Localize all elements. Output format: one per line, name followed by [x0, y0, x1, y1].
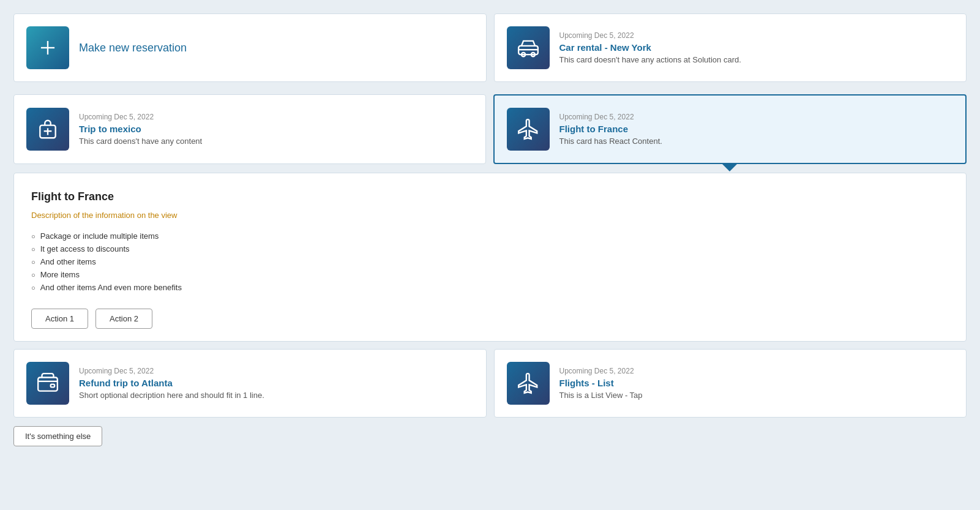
flights-list-text: Upcoming Dec 5, 2022 Flights - List This… — [559, 367, 954, 400]
car-rental-desc: This card doesn't have any actions at So… — [559, 55, 954, 64]
wallet-icon-bg — [26, 362, 69, 405]
plus-svg — [36, 36, 59, 59]
luggage-icon-bg — [26, 108, 69, 151]
trip-mexico-text: Upcoming Dec 5, 2022 Trip to mexico This… — [79, 113, 473, 146]
expanded-desc: Description of the information on the vi… — [31, 211, 949, 220]
refund-atlanta-text: Upcoming Dec 5, 2022 Refund trip to Atla… — [79, 367, 474, 400]
flight-france-card[interactable]: Upcoming Dec 5, 2022 Flight to France Th… — [493, 94, 967, 164]
car-rental-text: Upcoming Dec 5, 2022 Car rental - New Yo… — [559, 31, 954, 64]
list-item-3: And other items — [31, 255, 949, 268]
car-svg — [517, 36, 540, 59]
card-row-1: Make new reservation Upcoming Dec 5, 202… — [10, 10, 970, 86]
refund-atlanta-title: Refund trip to Atlanta — [79, 378, 474, 388]
wallet-svg — [36, 372, 59, 395]
trip-mexico-upcoming: Upcoming Dec 5, 2022 — [79, 113, 473, 121]
make-new-label: Make new reservation — [79, 42, 187, 54]
flight-france-title: Flight to France — [559, 124, 954, 134]
expanded-title: Flight to France — [31, 190, 949, 203]
flights-list-upcoming: Upcoming Dec 5, 2022 — [559, 367, 954, 375]
plane-svg — [517, 118, 540, 141]
car-rental-title: Car rental - New York — [559, 42, 954, 53]
flight-france-desc: This card has React Content. — [559, 137, 954, 146]
something-else-button[interactable]: It's something else — [13, 426, 102, 446]
car-rental-card[interactable]: Upcoming Dec 5, 2022 Car rental - New Yo… — [494, 13, 967, 82]
list-item-5: And other items And even more benefits — [31, 281, 949, 294]
flight-france-upcoming: Upcoming Dec 5, 2022 — [559, 113, 954, 121]
flight-icon-bg — [507, 108, 550, 151]
flight-france-text: Upcoming Dec 5, 2022 Flight to France Th… — [559, 113, 954, 146]
flights-list-svg — [517, 372, 540, 395]
refund-atlanta-upcoming: Upcoming Dec 5, 2022 — [79, 367, 474, 375]
refund-atlanta-card[interactable]: Upcoming Dec 5, 2022 Refund trip to Atla… — [13, 349, 487, 418]
trip-mexico-card[interactable]: Upcoming Dec 5, 2022 Trip to mexico This… — [13, 94, 486, 164]
list-item-1: Package or include multiple items — [31, 230, 949, 242]
refund-atlanta-desc: Short optional decription here and shoul… — [79, 391, 474, 400]
action1-button[interactable]: Action 1 — [31, 309, 88, 329]
expanded-list: Package or include multiple items It get… — [31, 230, 949, 294]
flights-list-desc: This is a List View - Tap — [559, 391, 954, 400]
list-item-2: It get access to discounts — [31, 242, 949, 255]
flights-list-icon-bg — [507, 362, 550, 405]
svg-rect-10 — [51, 384, 54, 388]
flights-list-title: Flights - List — [559, 378, 954, 388]
luggage-svg — [36, 118, 59, 141]
bottom-btn-row: It's something else — [13, 426, 967, 446]
action-buttons: Action 1 Action 2 — [31, 309, 949, 329]
card-row-2: Upcoming Dec 5, 2022 Trip to mexico This… — [10, 91, 970, 168]
action2-button[interactable]: Action 2 — [95, 309, 152, 329]
car-icon-bg — [507, 26, 550, 69]
expanded-panel: Flight to France Description of the info… — [13, 173, 967, 342]
flights-list-card[interactable]: Upcoming Dec 5, 2022 Flights - List This… — [494, 349, 967, 418]
make-new-reservation-card[interactable]: Make new reservation — [13, 13, 487, 82]
trip-mexico-title: Trip to mexico — [79, 124, 473, 134]
card-row-3: Upcoming Dec 5, 2022 Refund trip to Atla… — [10, 345, 970, 421]
trip-mexico-desc: This card doens't have any content — [79, 137, 473, 146]
page-wrapper: Make new reservation Upcoming Dec 5, 202… — [10, 10, 970, 446]
car-rental-upcoming: Upcoming Dec 5, 2022 — [559, 31, 954, 40]
plus-icon — [26, 26, 69, 69]
list-item-4: More items — [31, 268, 949, 281]
